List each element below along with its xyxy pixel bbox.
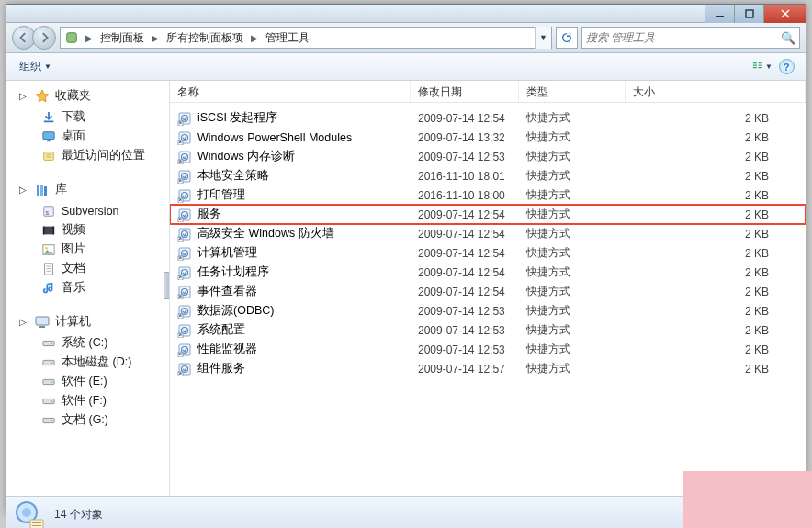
breadcrumb-segment[interactable]: 所有控制面板项 <box>162 28 248 48</box>
shortcut-icon <box>177 169 192 184</box>
maximize-button[interactable] <box>734 5 763 23</box>
file-size: 2 KB <box>626 266 806 279</box>
nav-item[interactable]: sSubversion <box>6 201 169 220</box>
nav-item[interactable]: 下载 <box>6 107 169 127</box>
file-row[interactable]: 事件查看器2009-07-14 12:54快捷方式2 KB <box>170 282 806 301</box>
breadcrumb[interactable]: ▶ 控制面板 ▶ 所有控制面板项 ▶ 管理工具 ▼ <box>60 27 552 49</box>
file-date: 2009-07-14 12:53 <box>411 343 519 356</box>
navigation-pane[interactable]: ▷收藏夹下载桌面最近访问的位置▷库sSubversion视频图片文档音乐▷计算机… <box>6 81 170 496</box>
file-row[interactable]: 数据源(ODBC)2009-07-14 12:53快捷方式2 KB <box>170 301 806 320</box>
file-row[interactable]: 本地安全策略2016-11-10 18:01快捷方式2 KB <box>170 166 806 185</box>
nav-group-header[interactable]: ▷收藏夹 <box>6 86 169 107</box>
chevron-right-icon[interactable]: ▶ <box>83 33 96 43</box>
svg-point-34 <box>51 381 53 383</box>
svg-rect-15 <box>44 186 47 196</box>
nav-item[interactable]: 文档 (G:) <box>6 410 169 430</box>
shortcut-icon <box>177 111 192 126</box>
status-text: 14 个对象 <box>54 507 103 522</box>
svg-rect-28 <box>39 326 45 328</box>
column-size[interactable]: 大小 <box>626 81 806 102</box>
file-row[interactable]: 组件服务2009-07-14 12:57快捷方式2 KB <box>170 359 806 378</box>
file-row[interactable]: 性能监视器2009-07-14 12:53快捷方式2 KB <box>170 340 806 359</box>
file-date: 2009-07-14 12:53 <box>411 324 519 337</box>
svg-rect-1 <box>746 10 753 17</box>
nav-group-label: 库 <box>55 182 67 197</box>
file-row[interactable]: 高级安全 Windows 防火墙2009-07-14 12:54快捷方式2 KB <box>170 224 806 243</box>
file-size: 2 KB <box>626 170 806 183</box>
shortcut-icon <box>177 150 192 164</box>
refresh-button[interactable] <box>556 27 578 49</box>
window-titlebar <box>6 5 806 23</box>
svg-rect-20 <box>52 226 54 234</box>
search-box[interactable]: 🔍 <box>581 27 800 49</box>
nav-item[interactable]: 本地磁盘 (D:) <box>6 353 169 372</box>
nav-item[interactable]: 最近访问的位置 <box>6 146 169 165</box>
file-name: 数据源(ODBC) <box>197 303 274 319</box>
file-type: 快捷方式 <box>519 245 626 261</box>
file-row[interactable]: Windows 内存诊断2009-07-14 12:53快捷方式2 KB <box>170 147 806 166</box>
status-icon <box>14 500 45 529</box>
nav-item[interactable]: 软件 (F:) <box>6 391 169 410</box>
shortcut-icon <box>177 246 192 261</box>
svg-rect-83 <box>30 520 43 529</box>
file-row[interactable]: Windows PowerShell Modules2009-07-14 13:… <box>170 128 806 147</box>
nav-group-header[interactable]: ▷库 <box>6 180 169 201</box>
column-date[interactable]: 修改日期 <box>411 81 519 102</box>
nav-item[interactable]: 软件 (E:) <box>6 372 169 391</box>
file-row[interactable]: 服务2009-07-14 12:54快捷方式2 KB <box>170 205 806 224</box>
file-size: 2 KB <box>626 247 806 260</box>
star-icon <box>35 89 50 104</box>
nav-item-label: 下载 <box>62 109 85 125</box>
nav-group-label: 收藏夹 <box>55 88 91 104</box>
file-size: 2 KB <box>626 208 806 221</box>
forward-button[interactable] <box>32 26 56 50</box>
nav-item[interactable]: 桌面 <box>6 127 169 146</box>
column-name[interactable]: 名称 <box>170 81 411 102</box>
search-icon[interactable]: 🔍 <box>781 31 795 45</box>
organize-menu-button[interactable]: 组织 ▼ <box>14 57 57 76</box>
column-type[interactable]: 类型 <box>519 81 626 102</box>
drive-icon <box>41 413 56 428</box>
svg-rect-18 <box>43 226 54 234</box>
svg-rect-2 <box>67 33 77 43</box>
nav-item-label: 图片 <box>62 242 85 257</box>
nav-item[interactable]: 音乐 <box>6 278 169 298</box>
column-headers[interactable]: 名称 修改日期 类型 大小 <box>170 81 806 103</box>
file-name: 系统配置 <box>197 322 245 338</box>
breadcrumb-segment[interactable]: 管理工具 <box>261 28 314 48</box>
view-options-button[interactable]: ▼ <box>752 57 773 77</box>
svg-rect-11 <box>47 140 51 141</box>
nav-item[interactable]: 图片 <box>6 240 169 259</box>
nav-group-header[interactable]: ▷计算机 <box>6 312 169 333</box>
file-name: 事件查看器 <box>197 284 257 299</box>
shortcut-icon <box>177 265 192 280</box>
file-name: 本地安全策略 <box>197 168 269 184</box>
svn-icon: s <box>41 204 56 219</box>
close-button[interactable] <box>763 5 806 23</box>
nav-item[interactable]: 系统 (C:) <box>6 333 169 353</box>
file-size: 2 KB <box>626 228 806 241</box>
breadcrumb-segment[interactable]: 控制面板 <box>96 28 149 48</box>
pane-splitter[interactable] <box>164 272 169 299</box>
file-row[interactable]: 计算机管理2009-07-14 12:54快捷方式2 KB <box>170 243 806 263</box>
file-row[interactable]: 任务计划程序2009-07-14 12:54快捷方式2 KB <box>170 263 806 282</box>
help-button[interactable]: ? <box>776 57 796 77</box>
file-row[interactable]: iSCSI 发起程序2009-07-14 12:54快捷方式2 KB <box>170 108 806 128</box>
nav-item-label: 视频 <box>62 222 85 238</box>
chevron-right-icon[interactable]: ▶ <box>248 33 261 43</box>
nav-item[interactable]: 文档 <box>6 259 169 278</box>
nav-item[interactable]: 视频 <box>6 220 169 240</box>
file-row[interactable]: 打印管理2016-11-10 18:00快捷方式2 KB <box>170 185 806 205</box>
search-input[interactable] <box>586 31 781 44</box>
file-row[interactable]: 系统配置2009-07-14 12:53快捷方式2 KB <box>170 320 806 340</box>
file-date: 2016-11-10 18:00 <box>411 189 519 202</box>
file-size: 2 KB <box>626 131 806 144</box>
video-icon <box>41 223 56 238</box>
chevron-right-icon[interactable]: ▶ <box>149 33 162 43</box>
file-size: 2 KB <box>626 305 806 318</box>
music-icon <box>41 281 56 296</box>
minimize-button[interactable] <box>705 5 734 23</box>
nav-item-label: Subversion <box>62 205 119 218</box>
address-dropdown-button[interactable]: ▼ <box>535 27 551 49</box>
breadcrumb-root-icon[interactable] <box>61 28 83 48</box>
